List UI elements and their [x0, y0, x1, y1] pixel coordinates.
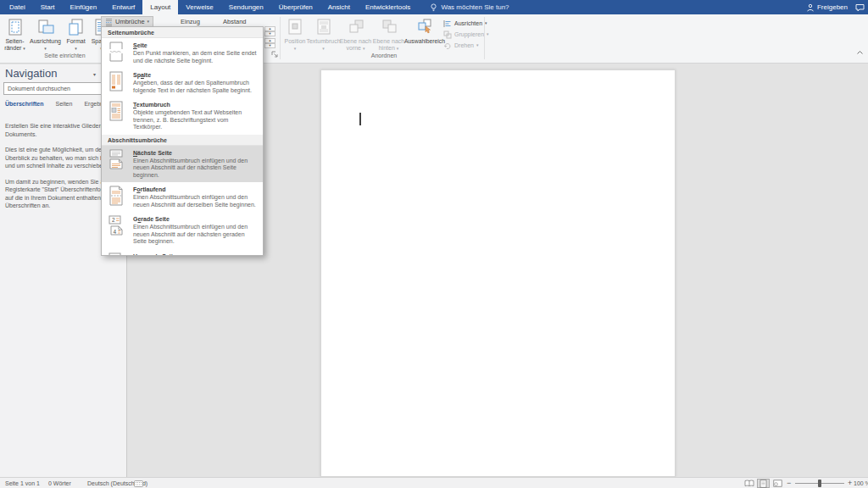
- menu-item-desc: Angeben, dass der auf den Spaltenumbruch…: [133, 80, 258, 94]
- spacing-spinner[interactable]: ▲▼: [264, 38, 275, 48]
- chevron-down-icon: ▾: [363, 46, 365, 51]
- zoom-in-button[interactable]: +: [848, 479, 852, 487]
- tab-einfuegen[interactable]: Einfügen: [63, 0, 105, 14]
- share-label: Freigeben: [817, 3, 848, 11]
- menu-item-title: Nächste Seite: [133, 149, 258, 157]
- menu-item-page-break[interactable]: Seite Den Punkt markieren, an dem eine S…: [102, 38, 263, 68]
- print-layout-button[interactable]: [757, 479, 770, 488]
- document-page[interactable]: [320, 69, 676, 477]
- breaks-label: Umbrüche: [115, 18, 145, 25]
- send-backward-icon: [380, 18, 398, 36]
- read-mode-button[interactable]: [743, 479, 755, 488]
- keyboard-language-icon[interactable]: [134, 480, 143, 487]
- menu-item-desc: Einen Abschnittsumbruch einfügen und den…: [133, 224, 258, 246]
- zoom-slider-thumb[interactable]: [818, 480, 821, 487]
- menu-item-even-page[interactable]: 24 Gerade Seite Einen Abschnittsumbruch …: [102, 212, 263, 249]
- menu-item-title: Fortlaufend: [133, 186, 258, 193]
- zoom-level[interactable]: 100 %: [854, 480, 868, 486]
- menu-item-continuous[interactable]: Fortlaufend Einen Abschnittsumbruch einf…: [102, 182, 263, 212]
- ribbon-tab-bar: Datei Start Einfügen Entwurf Layout Verw…: [0, 0, 868, 14]
- svg-text:2: 2: [112, 217, 115, 223]
- odd-page-break-icon: 13: [108, 252, 126, 257]
- topbar-right: Freigeben: [806, 0, 865, 14]
- column-break-icon: [108, 71, 126, 94]
- selection-pane-label: Auswahlbereich: [404, 38, 445, 44]
- chevron-down-icon: ▾: [485, 21, 487, 25]
- menu-item-column-break[interactable]: Spalte Angeben, dass der auf den Spalten…: [102, 68, 263, 97]
- text-wrapping-break-icon: [108, 101, 126, 131]
- align-button[interactable]: Ausrichten ▾: [443, 18, 489, 29]
- svg-text:1: 1: [112, 254, 115, 257]
- page-break-mini-icon: [105, 18, 113, 26]
- menu-item-odd-page[interactable]: 13 Ungerade Seite Einen Abschnittsumbruc…: [102, 249, 263, 257]
- web-layout-button[interactable]: [771, 479, 784, 488]
- navigation-pane-title: Navigation: [5, 67, 57, 80]
- tab-verweise[interactable]: Verweise: [178, 0, 220, 14]
- spin-down-icon[interactable]: ▼: [264, 43, 275, 48]
- comments-icon[interactable]: [855, 3, 865, 12]
- position-button[interactable]: Position▾: [282, 16, 308, 62]
- tab-ueberpruefen[interactable]: Überprüfen: [271, 0, 320, 14]
- tell-me-box[interactable]: Was möchten Sie tun?: [423, 0, 515, 14]
- align-label: Ausrichten: [454, 20, 482, 26]
- tab-sendungen[interactable]: Sendungen: [221, 0, 271, 14]
- wrap-text-icon: [314, 18, 333, 36]
- position-label: Position: [285, 38, 306, 44]
- menu-item-title: Seite: [133, 42, 258, 49]
- align-icon: [443, 19, 452, 28]
- size-label: Format: [66, 38, 85, 44]
- nav-tab-pages[interactable]: Seiten: [56, 101, 73, 107]
- position-icon: [286, 18, 304, 36]
- group-separator: [484, 17, 485, 59]
- navigation-tabs: Überschriften Seiten Ergebnisse: [5, 101, 114, 107]
- group-objects-icon: [443, 30, 452, 39]
- chevron-down-icon: ▾: [487, 32, 489, 36]
- nav-tab-headings[interactable]: Überschriften: [5, 101, 44, 107]
- tab-layout[interactable]: Layout: [142, 0, 178, 14]
- word-count[interactable]: 0 Wörter: [48, 480, 71, 486]
- even-page-break-icon: 24: [108, 215, 126, 246]
- text-cursor: [359, 113, 361, 125]
- menu-item-title: Spalte: [133, 71, 258, 79]
- chevron-down-icon: ▾: [23, 46, 25, 51]
- wrap-text-label: Textumbruch: [306, 38, 340, 44]
- tab-entwurf[interactable]: Entwurf: [104, 0, 142, 14]
- chevron-down-icon: ▾: [44, 46, 47, 51]
- spin-down-icon[interactable]: ▼: [264, 31, 275, 36]
- chevron-down-icon: ▾: [476, 43, 479, 47]
- share-button[interactable]: Freigeben: [806, 3, 848, 12]
- chevron-down-icon: ▾: [322, 46, 325, 51]
- tab-datei[interactable]: Datei: [2, 0, 33, 14]
- margins-label-2: ränder: [4, 45, 21, 51]
- rotate-button[interactable]: Drehen ▾: [443, 40, 489, 51]
- menu-item-next-page[interactable]: Nächste Seite Einen Abschnittsumbruch ei…: [102, 146, 263, 183]
- menu-item-title: Ungerade Seite: [133, 252, 258, 257]
- tab-entwicklertools[interactable]: Entwicklertools: [358, 0, 418, 14]
- spacing-label: Abstand: [223, 18, 247, 25]
- page-break-icon: [108, 42, 126, 64]
- chevron-down-icon: ▾: [397, 46, 399, 51]
- tab-start[interactable]: Start: [33, 0, 63, 14]
- send-backward-label-1: Ebene nach: [373, 38, 404, 44]
- tab-ansicht[interactable]: Ansicht: [320, 0, 358, 14]
- continuous-break-icon: [108, 186, 126, 208]
- page-count[interactable]: Seite 1 von 1: [5, 480, 40, 486]
- menu-section-header: Abschnittsumbrüche: [102, 135, 263, 146]
- next-page-break-icon: [108, 149, 126, 180]
- bring-forward-label-1: Ebene nach: [340, 38, 371, 44]
- bring-forward-label-2: vorne: [347, 45, 362, 51]
- chevron-down-icon[interactable]: ▾: [93, 71, 96, 77]
- menu-item-desc: Einen Abschnittsumbruch einfügen und den…: [133, 158, 258, 180]
- svg-text:4: 4: [114, 229, 117, 235]
- collapse-ribbon-icon[interactable]: [856, 50, 864, 55]
- ribbon-tabs: Datei Start Einfügen Entwurf Layout Verw…: [0, 0, 418, 14]
- group-label: Gruppieren: [454, 31, 484, 37]
- menu-item-desc: Einen Abschnittsumbruch einfügen und den…: [133, 194, 258, 208]
- zoom-out-button[interactable]: −: [787, 479, 791, 487]
- paragraph-dialog-launcher[interactable]: [271, 51, 279, 58]
- group-button[interactable]: Gruppieren ▾: [443, 29, 489, 40]
- menu-item-title: Textumbruch: [133, 101, 258, 108]
- indent-spinner[interactable]: ▲▼: [264, 26, 275, 36]
- person-icon: [806, 3, 815, 12]
- menu-item-text-wrapping-break[interactable]: Textumbruch Objekte umgebenden Text auf …: [102, 97, 263, 135]
